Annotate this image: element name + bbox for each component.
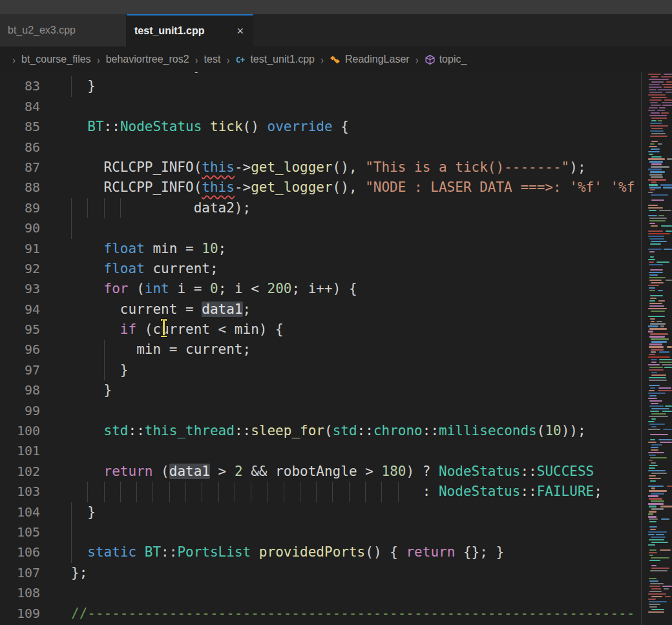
minimap-line <box>648 112 672 114</box>
symbol-cube-icon <box>425 54 436 65</box>
minimap-line <box>648 467 672 469</box>
minimap-line <box>648 539 672 540</box>
minimap-line <box>648 158 672 159</box>
code-line-88[interactable]: 88 RCLCPP_INFO(this->get_logger(), "NODE… <box>0 178 646 198</box>
minimap-line <box>648 97 672 98</box>
line-number: 108 <box>0 583 40 603</box>
breadcrumb-item-behaviortree_ros2[interactable]: behaviortree_ros2 <box>106 54 189 65</box>
code-line-94[interactable]: 94 current = data1; <box>0 300 646 320</box>
minimap-line <box>648 236 672 237</box>
minimap-line <box>648 452 672 453</box>
code-line-103[interactable]: 103 : NodeStatus::FAILURE; <box>0 482 646 502</box>
minimap-line <box>648 313 672 314</box>
code-line-101[interactable]: 101 <box>0 441 646 461</box>
tab-close-icon[interactable]: × <box>222 25 244 38</box>
minimap-line <box>648 254 672 255</box>
minimap-line <box>648 434 672 435</box>
minimap-line <box>648 181 672 183</box>
breadcrumb-chevron-icon: › <box>97 52 100 66</box>
minimap-line <box>648 447 672 448</box>
minimap-line <box>648 151 672 152</box>
minimap-line <box>648 84 672 85</box>
code-editor[interactable]: });83 }8485 BT::NodeStatus tick() overri… <box>0 72 672 625</box>
minimap-line <box>648 215 672 216</box>
code-line-93[interactable]: 93 for (int i = 0; i < 200; i++) { <box>0 279 646 299</box>
minimap-line <box>648 285 672 286</box>
code-line-99[interactable]: 99 <box>0 401 646 421</box>
minimap[interactable] <box>648 74 672 624</box>
minimap-line <box>648 81 672 83</box>
line-number: 83 <box>0 76 40 96</box>
code-line-92[interactable]: 92 float current; <box>0 259 646 279</box>
minimap-line <box>648 125 672 127</box>
code-line-108[interactable]: 108 <box>0 583 646 603</box>
code-text: : NodeStatus::FAILURE; <box>71 482 602 502</box>
code-line-97[interactable]: 97 } <box>0 360 646 380</box>
minimap-line <box>648 323 672 324</box>
minimap-line <box>648 316 672 317</box>
breadcrumb-item-topic_[interactable]: topic_ <box>425 54 467 65</box>
minimap-line <box>648 580 672 582</box>
code-line-89[interactable]: 89 data2); <box>0 198 646 218</box>
minimap-line <box>648 141 672 142</box>
minimap-line <box>648 568 672 569</box>
breadcrumb-item-test_unit1.cpp[interactable]: C+test_unit1.cpp <box>235 54 315 65</box>
cpp-file-icon: C+ <box>235 54 246 65</box>
minimap-line <box>648 143 672 145</box>
code-line-105[interactable]: 105 <box>0 522 646 542</box>
code-line-104[interactable]: 104 } <box>0 502 646 522</box>
minimap-line <box>648 105 672 106</box>
code-content[interactable]: });83 }8485 BT::NodeStatus tick() overri… <box>0 72 646 624</box>
breadcrumb-item-test[interactable]: test <box>204 54 221 65</box>
code-line-85[interactable]: 85 BT::NodeStatus tick() override { <box>0 117 646 137</box>
code-line-96[interactable]: 96 min = current; <box>0 340 646 360</box>
minimap-line <box>648 359 672 360</box>
breadcrumb: ›bt_course_files›behaviortree_ros2›test›… <box>0 46 672 72</box>
minimap-line <box>648 486 672 487</box>
tab-label: bt_u2_ex3.cpp <box>8 25 76 36</box>
breadcrumb-item-bt_course_files[interactable]: bt_course_files <box>21 54 91 65</box>
scrollbar-track[interactable] <box>641 72 642 625</box>
breadcrumb-chevron-icon: › <box>226 52 229 66</box>
minimap-line <box>648 583 672 584</box>
minimap-line <box>648 490 672 491</box>
minimap-line <box>648 123 672 124</box>
code-line-95[interactable]: 95 if (current < min) { <box>0 320 646 340</box>
code-line-83[interactable]: 83 } <box>0 76 646 96</box>
code-line-84[interactable]: 84 <box>0 97 646 117</box>
line-number: 106 <box>0 542 40 562</box>
editor-right-rail <box>636 72 672 625</box>
minimap-line <box>648 130 672 132</box>
minimap-line <box>648 534 672 535</box>
minimap-line <box>648 184 672 185</box>
indent-guide <box>71 218 72 238</box>
line-number: 100 <box>0 421 40 441</box>
minimap-line <box>648 385 672 386</box>
code-text: //--------------------------------------… <box>71 604 672 624</box>
code-line-102[interactable]: 102 return (data1 > 2 && robotAngle > 18… <box>0 462 646 482</box>
minimap-line <box>648 377 672 378</box>
breadcrumb-item-ReadingLaser[interactable]: ReadingLaser <box>330 54 410 65</box>
tab-bt_u2_ex3.cpp[interactable]: bt_u2_ex3.cpp <box>0 14 127 46</box>
line-number: 102 <box>0 462 40 482</box>
code-line-109[interactable]: 109//-----------------------------------… <box>0 604 646 624</box>
code-line-100[interactable]: 100 std::this_thread::sleep_for(std::chr… <box>0 421 646 441</box>
tab-test_unit1.cpp[interactable]: test_unit1.cpp× <box>127 14 253 46</box>
code-line-91[interactable]: 91 float min = 10; <box>0 239 646 259</box>
code-line-87[interactable]: 87 RCLCPP_INFO(this->get_logger(), "This… <box>0 158 646 178</box>
minimap-line <box>648 120 672 121</box>
code-line-107[interactable]: 107}; <box>0 563 646 583</box>
minimap-line <box>648 421 672 422</box>
vscode-window: bt_u2_ex3.cpptest_unit1.cpp× ›bt_course_… <box>0 0 672 625</box>
code-line-90[interactable]: 90 <box>0 218 646 238</box>
code-line-98[interactable]: 98 } <box>0 380 646 400</box>
minimap-line <box>648 223 672 224</box>
code-text: for (int i = 0; i < 200; i++) { <box>71 279 357 299</box>
minimap-line <box>648 197 672 198</box>
minimap-line <box>648 303 672 304</box>
minimap-line <box>648 267 672 268</box>
minimap-line <box>648 210 672 211</box>
code-line-106[interactable]: 106 static BT::PortsList providedPorts()… <box>0 542 646 562</box>
minimap-line <box>648 542 672 543</box>
code-line-86[interactable]: 86 <box>0 138 646 158</box>
